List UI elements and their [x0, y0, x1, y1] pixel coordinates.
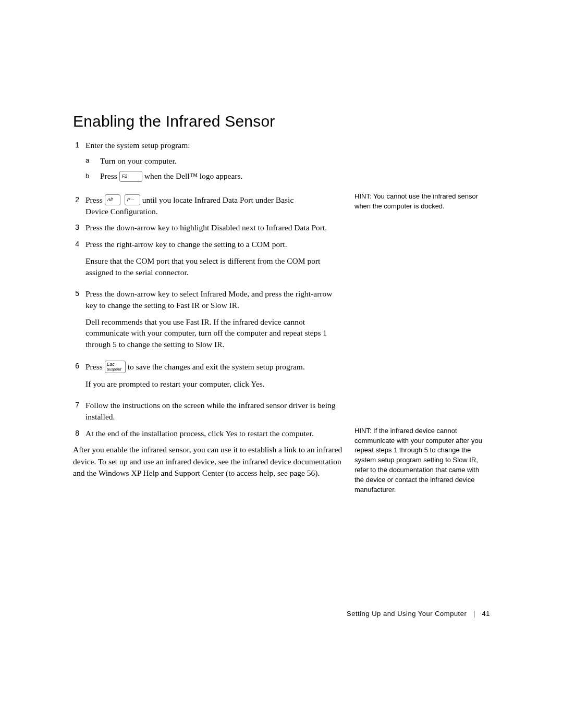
step-number: 8: [73, 428, 85, 439]
footer-section: Setting Up and Using Your Computer: [347, 610, 467, 618]
suspend-label: Suspend: [107, 367, 121, 371]
step-1-text: Enter the system setup program:: [85, 141, 190, 150]
step-number: 5: [73, 288, 85, 355]
step-1b-before: Press: [100, 170, 117, 182]
step-3: 3 Press the down-arrow key to highlight …: [73, 222, 344, 233]
step-4: 4 Press the right-arrow key to change th…: [73, 239, 344, 283]
step-6: 6 Press Esc Suspend to save the changes …: [73, 361, 344, 395]
step-2-line2: Device Configuration.: [85, 206, 344, 217]
step-4-note: Ensure that the COM port that you select…: [85, 255, 344, 278]
page-footer: Setting Up and Using Your Computer 41: [271, 610, 490, 618]
step-number: 7: [73, 400, 85, 422]
page-heading: Enabling the Infrared Sensor: [73, 113, 490, 130]
step-number: 4: [73, 239, 85, 283]
step-2-after: until you locate Infrared Data Port unde…: [142, 194, 294, 206]
hint-1: HINT: You cannot use the infrared sensor…: [354, 192, 490, 212]
step-number: 1: [73, 140, 85, 186]
step-number: 2: [73, 194, 85, 217]
substep-letter: b: [85, 171, 100, 181]
p-key-icon: P –: [125, 194, 140, 205]
step-number: 3: [73, 222, 85, 233]
step-5-text: Press the down-arrow key to select Infra…: [85, 288, 344, 311]
main-column: 1 Enter the system setup program: a Turn…: [73, 140, 344, 479]
step-1a-text: Turn on your computer.: [100, 155, 177, 167]
hint-column: HINT: You cannot use the infrared sensor…: [354, 140, 490, 507]
step-8-text: At the end of the installation process, …: [85, 428, 344, 439]
step-6-after: to save the changes and exit the system …: [128, 361, 305, 373]
hint-2: HINT: If the infrared device cannot comm…: [354, 426, 490, 495]
step-7: 7 Follow the instructions on the screen …: [73, 400, 344, 422]
step-1a: a Turn on your computer.: [85, 155, 344, 167]
alt-key-icon: Alt: [105, 194, 120, 205]
hint-1-text: You cannot use the infrared sensor when …: [354, 192, 478, 210]
step-1: 1 Enter the system setup program: a Turn…: [73, 140, 344, 186]
esc-label: Esc: [107, 362, 115, 367]
step-2-before: Press: [85, 194, 103, 206]
step-4-text: Press the right-arrow key to change the …: [85, 239, 344, 250]
hint-label: HINT:: [354, 427, 372, 435]
footer-page-number: 41: [482, 610, 490, 618]
hint-2-text: If the infrared device cannot communicat…: [354, 427, 482, 493]
step-7-text: Follow the instructions on the screen wh…: [85, 400, 344, 422]
step-2: 2 Press Alt P – until you locate Infrare…: [73, 194, 344, 217]
step-5-note: Dell recommends that you use Fast IR. If…: [85, 316, 344, 350]
substep-letter: a: [85, 156, 100, 165]
hint-label: HINT:: [354, 192, 372, 200]
step-number: 6: [73, 361, 85, 395]
step-8: 8 At the end of the installation process…: [73, 428, 344, 439]
step-3-text: Press the down-arrow key to highlight Di…: [85, 222, 344, 233]
closing-paragraph: After you enable the infrared sensor, yo…: [73, 444, 344, 479]
step-1b-after: when the Dell™ logo appears.: [144, 170, 243, 182]
footer-separator-icon: [474, 611, 474, 618]
step-6-note: If you are prompted to restart your comp…: [85, 378, 344, 390]
step-6-before: Press: [85, 361, 103, 373]
step-1b: b Press F2 when the Dell™ logo appears.: [85, 170, 344, 182]
esc-suspend-key-icon: Esc Suspend: [105, 361, 126, 373]
step-5: 5 Press the down-arrow key to select Inf…: [73, 288, 344, 355]
f2-key-icon: F2: [119, 171, 142, 182]
